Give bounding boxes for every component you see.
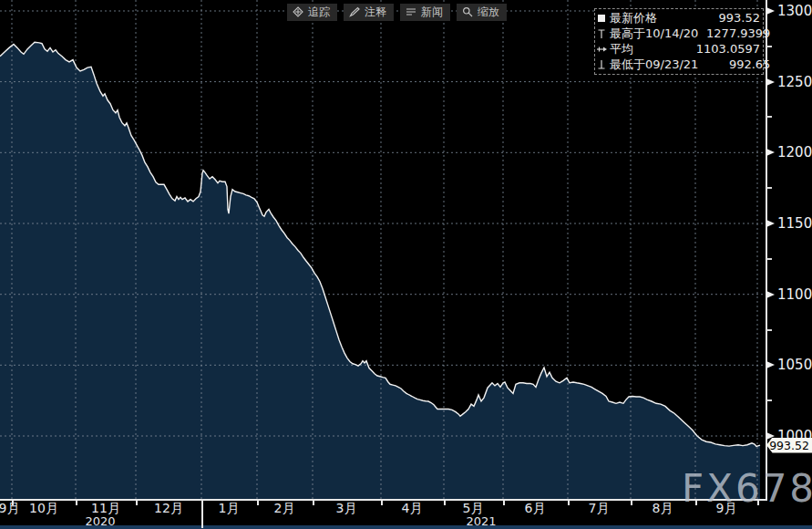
year-label-2020: 2020 <box>85 514 115 528</box>
legend-label: 最新价格 <box>610 10 657 26</box>
legend-value: 993.52 <box>691 11 760 25</box>
y-minor-tick <box>766 258 772 260</box>
last-price-tag: 993.52 <box>766 438 812 453</box>
y-minor-tick <box>766 329 772 331</box>
bottom-strip <box>0 525 812 529</box>
legend-value: 992.65 <box>701 57 770 71</box>
legend-label: 最低于 <box>610 57 645 73</box>
legend-row-high[interactable]: 最高于 10/14/20 1277.9399 <box>597 26 760 41</box>
month-label-12月: 12月 <box>154 501 183 517</box>
y-axis-label-1150: 1150 <box>777 215 812 232</box>
y-minor-tick <box>766 399 772 401</box>
year-label-2021: 2021 <box>466 514 496 528</box>
month-label-2月: 2月 <box>274 501 295 517</box>
x-tick <box>568 501 570 505</box>
y-tick-arrow <box>766 291 775 298</box>
legend-date: 10/14/20 <box>645 26 698 40</box>
crosshair-icon <box>293 6 303 17</box>
chart-plot-area[interactable] <box>0 0 766 499</box>
month-label-6月: 6月 <box>525 501 546 517</box>
x-tick <box>381 501 383 505</box>
legend-box: 最新价格 993.52 最高于 10/14/20 1277.9399 平均 11… <box>594 8 764 75</box>
month-label-10月: 10月 <box>29 501 58 517</box>
y-axis-label-1050: 1050 <box>777 357 812 373</box>
y-minor-tick <box>766 116 772 118</box>
watermark-fx678: FX678 <box>682 468 812 510</box>
x-tick <box>503 501 505 505</box>
legend-row-low[interactable]: 最低于 09/23/21 992.65 <box>597 57 760 72</box>
legend-label: 最高于 <box>610 26 645 42</box>
legend-label: 平均 <box>610 41 633 57</box>
y-minor-tick <box>766 46 772 47</box>
x-tick <box>313 501 314 505</box>
legend-value: 1277.9399 <box>701 26 770 40</box>
y-axis-label-1100: 1100 <box>777 286 812 303</box>
y-axis-label-1300: 1300 <box>777 3 812 19</box>
y-tick-arrow <box>766 78 775 86</box>
legend-value: 1103.0597 <box>691 42 760 56</box>
news-icon <box>406 6 416 17</box>
zoom-button[interactable]: 缩放 <box>457 4 507 21</box>
month-label-7月: 7月 <box>589 501 610 517</box>
x-tick <box>136 501 138 505</box>
x-tick <box>257 501 259 505</box>
pencil-icon <box>349 6 360 17</box>
annotate-button[interactable]: 注释 <box>344 4 394 21</box>
y-tick-arrow <box>766 220 775 227</box>
low-marker-icon <box>597 59 610 70</box>
legend-row-last-price[interactable]: 最新价格 993.52 <box>597 10 760 26</box>
track-button[interactable]: 追踪 <box>287 4 337 21</box>
y-tick-arrow <box>766 7 775 15</box>
y-axis-label-1250: 1250 <box>777 74 812 90</box>
magnifier-icon <box>462 6 473 17</box>
month-label-9月: 9月 <box>0 501 19 517</box>
y-tick-arrow <box>766 149 775 156</box>
zoom-button-label: 缩放 <box>478 5 499 18</box>
y-axis-line <box>766 0 767 500</box>
month-label-8月: 8月 <box>653 501 673 517</box>
news-button-label: 新闻 <box>421 5 443 18</box>
year-divider-tick <box>201 501 203 528</box>
square-marker-icon <box>597 13 610 24</box>
x-tick <box>76 501 77 505</box>
x-tick <box>444 501 446 505</box>
x-tick <box>631 501 632 505</box>
month-label-3月: 3月 <box>336 501 357 517</box>
month-label-4月: 4月 <box>402 501 423 517</box>
month-label-1月: 1月 <box>219 501 240 517</box>
y-minor-tick <box>766 187 772 189</box>
y-tick-arrow <box>766 361 775 368</box>
average-marker-icon <box>597 44 610 55</box>
y-axis-label-1200: 1200 <box>777 144 812 161</box>
legend-row-average[interactable]: 平均 1103.0597 <box>597 41 760 57</box>
annotate-button-label: 注释 <box>365 5 386 18</box>
high-marker-icon <box>597 28 610 39</box>
news-button[interactable]: 新闻 <box>400 4 450 21</box>
track-button-label: 追踪 <box>308 5 330 18</box>
chart-toolbar: 追踪 注释 新闻 缩放 <box>287 4 507 21</box>
legend-date: 09/23/21 <box>645 57 698 71</box>
chart-window: 13001250120011501100105010009月10月11月12月1… <box>0 0 812 529</box>
